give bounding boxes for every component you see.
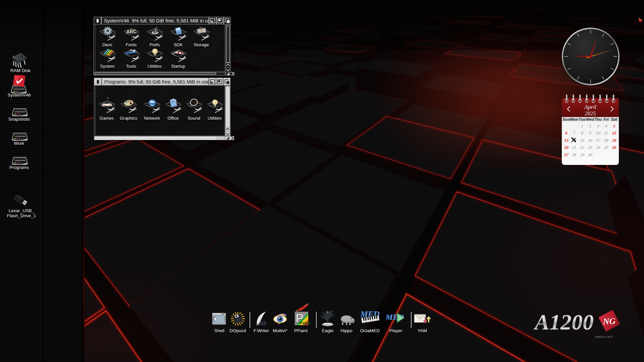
svg-text:NG: NG	[602, 316, 616, 326]
svg-text:Thu: Thu	[594, 117, 602, 122]
svg-text:Mon: Mon	[570, 117, 578, 122]
svg-text:17: 17	[596, 138, 600, 143]
svg-text:AMIGA·KIT: AMIGA·KIT	[594, 335, 613, 339]
svg-text:22: 22	[580, 145, 584, 150]
svg-text:April: April	[584, 104, 596, 110]
svg-text:2025: 2025	[585, 110, 596, 117]
svg-text:23: 23	[588, 145, 592, 150]
svg-text:4: 4	[605, 124, 607, 128]
svg-text:Tue: Tue	[579, 117, 586, 122]
svg-text:6: 6	[565, 131, 568, 135]
svg-text:7: 7	[573, 131, 575, 135]
svg-text:8: 8	[581, 131, 583, 135]
svg-text:18: 18	[604, 138, 608, 143]
svg-text:25: 25	[604, 145, 608, 150]
svg-text:Sat: Sat	[611, 117, 618, 122]
svg-text:28: 28	[572, 153, 576, 157]
svg-text:15: 15	[580, 138, 584, 143]
svg-text:30: 30	[588, 153, 592, 157]
svg-text:16: 16	[588, 138, 592, 143]
svg-text:29: 29	[580, 153, 584, 157]
svg-text:Wed: Wed	[586, 117, 594, 122]
svg-text:Fri: Fri	[603, 117, 609, 122]
svg-text:Sun: Sun	[562, 117, 570, 122]
svg-text:11: 11	[604, 131, 608, 135]
svg-text:20: 20	[564, 145, 569, 150]
svg-text:21: 21	[572, 145, 576, 150]
svg-text:27: 27	[564, 153, 569, 157]
svg-text:9: 9	[589, 131, 591, 135]
svg-text:2: 2	[589, 124, 591, 128]
svg-text:3: 3	[597, 124, 599, 128]
svg-text:Paint: Paint	[300, 320, 310, 325]
svg-text:10: 10	[596, 131, 600, 135]
svg-text:19: 19	[612, 138, 616, 143]
svg-text:ABC: ABC	[126, 28, 137, 35]
svg-text:13: 13	[564, 138, 569, 143]
svg-text:26: 26	[612, 145, 616, 150]
svg-text:A1200: A1200	[533, 310, 594, 334]
svg-text:1: 1	[581, 124, 583, 128]
svg-text:5: 5	[613, 124, 615, 128]
svg-text:12: 12	[612, 131, 616, 135]
svg-text:24: 24	[596, 145, 600, 150]
